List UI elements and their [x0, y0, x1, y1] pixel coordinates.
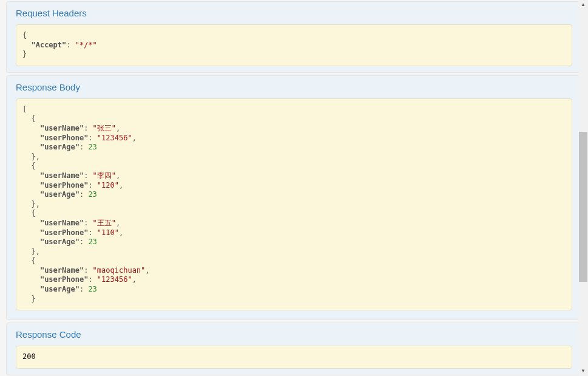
- request-headers-section: Request Headers { "Accept": "*/*" }: [6, 1, 582, 73]
- request-headers-title: Request Headers: [7, 2, 581, 24]
- response-code-title: Response Code: [7, 323, 581, 346]
- scroll-up-arrow-icon[interactable]: ▲: [578, 0, 588, 10]
- response-body-section: Response Body [ { "userName": "张三", "use…: [6, 75, 582, 320]
- page-scrollbar[interactable]: ▲ ▼: [578, 0, 588, 376]
- scroll-down-arrow-icon[interactable]: ▼: [578, 366, 588, 376]
- page-scrollbar-thumb[interactable]: [579, 132, 587, 282]
- response-body-title: Response Body: [7, 76, 581, 98]
- request-headers-code[interactable]: { "Accept": "*/*" }: [16, 24, 572, 66]
- response-body-code[interactable]: [ { "userName": "张三", "userPhone": "1234…: [16, 98, 572, 310]
- response-code-section: Response Code 200: [6, 323, 582, 375]
- response-code-value[interactable]: 200: [16, 346, 572, 369]
